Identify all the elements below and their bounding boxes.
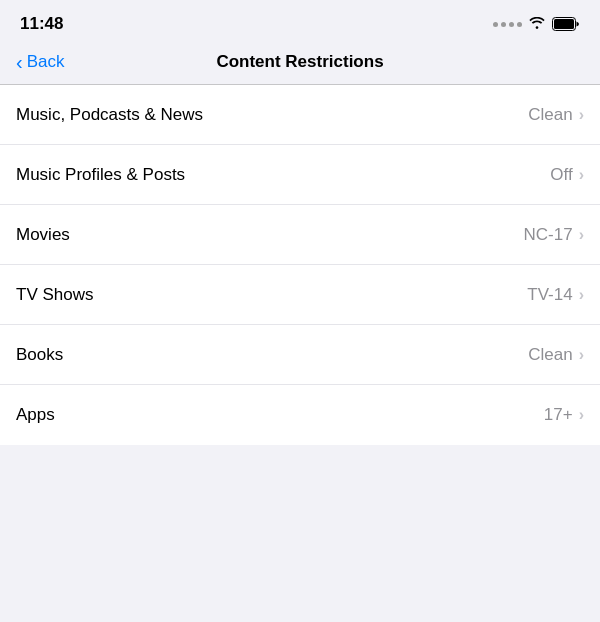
back-label: Back [27,52,65,72]
back-chevron-icon: ‹ [16,52,23,72]
chevron-right-icon: › [579,286,584,304]
nav-title: Content Restrictions [216,52,383,72]
settings-row[interactable]: Music, Podcasts & News Clean › [0,85,600,145]
battery-icon [552,17,580,31]
back-button[interactable]: ‹ Back [16,52,64,72]
chevron-right-icon: › [579,346,584,364]
row-label: Movies [16,225,70,245]
row-value: TV-14 [527,285,572,305]
settings-row[interactable]: Music Profiles & Posts Off › [0,145,600,205]
row-right: NC-17 › [524,225,584,245]
row-value: Clean [528,345,572,365]
bottom-spacer [0,445,600,485]
status-bar: 11:48 [0,0,600,44]
row-right: TV-14 › [527,285,584,305]
signal-dots-icon [493,22,522,27]
chevron-right-icon: › [579,226,584,244]
chevron-right-icon: › [579,106,584,124]
row-right: Off › [550,165,584,185]
row-label: Music, Podcasts & News [16,105,203,125]
settings-row[interactable]: Books Clean › [0,325,600,385]
svg-rect-1 [554,19,574,29]
row-right: Clean › [528,105,584,125]
chevron-right-icon: › [579,166,584,184]
row-value: Clean [528,105,572,125]
row-value: Off [550,165,572,185]
settings-row[interactable]: Apps 17+ › [0,385,600,445]
row-label: Music Profiles & Posts [16,165,185,185]
wifi-icon [528,17,546,31]
row-label: TV Shows [16,285,93,305]
row-label: Apps [16,405,55,425]
row-right: Clean › [528,345,584,365]
status-time: 11:48 [20,14,63,34]
row-value: 17+ [544,405,573,425]
row-right: 17+ › [544,405,584,425]
chevron-right-icon: › [579,406,584,424]
settings-list: Music, Podcasts & News Clean › Music Pro… [0,85,600,445]
status-icons [493,17,580,31]
settings-row[interactable]: TV Shows TV-14 › [0,265,600,325]
row-value: NC-17 [524,225,573,245]
nav-bar: ‹ Back Content Restrictions [0,44,600,85]
row-label: Books [16,345,63,365]
settings-row[interactable]: Movies NC-17 › [0,205,600,265]
